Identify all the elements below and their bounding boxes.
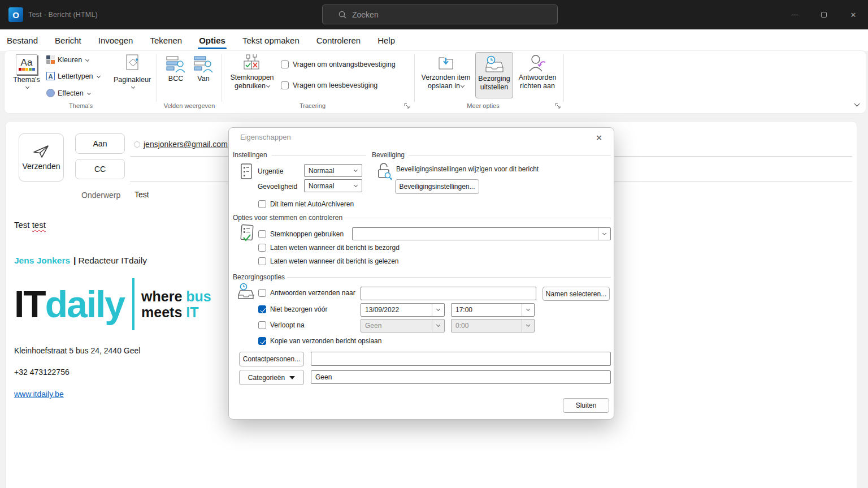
delivered-notify-checkbox-box[interactable] bbox=[258, 244, 266, 252]
signature-website-link[interactable]: www.itdaily.be bbox=[14, 390, 64, 399]
delivered-notify-checkbox[interactable]: Laten weten wanneer dit bericht is bezor… bbox=[258, 244, 400, 252]
body-word-misspelled: test bbox=[32, 220, 46, 230]
expires-after-checkbox[interactable]: Verloopt na bbox=[258, 321, 305, 329]
select-names-button[interactable]: Namen selecteren... bbox=[542, 287, 610, 301]
colors-label: Kleuren bbox=[58, 56, 82, 64]
delivered-notify-checkbox-label: Laten weten wanneer dit bericht is bezor… bbox=[270, 244, 400, 252]
title-bar: O Test - Bericht (HTML) Zoeken ✕ bbox=[0, 0, 868, 29]
to-button[interactable]: Aan bbox=[75, 133, 125, 154]
cc-button[interactable]: CC bbox=[75, 159, 125, 179]
contacts-field[interactable] bbox=[311, 352, 611, 366]
read-receipt-checkbox[interactable]: Vragen om leesbevestiging bbox=[281, 81, 377, 89]
effects-label: Effecten bbox=[58, 89, 84, 97]
close-button[interactable]: ✕ bbox=[839, 0, 868, 29]
minimize-button[interactable] bbox=[780, 0, 809, 29]
section-delivery: Bezorgingsopties bbox=[233, 273, 285, 281]
itdaily-logo: ITdaily where bus meets IT bbox=[14, 278, 211, 330]
recipient-chip[interactable]: jensjonkers@gmail.com; bbox=[144, 140, 230, 149]
tab-bericht[interactable]: Bericht bbox=[54, 33, 83, 47]
tracking-dialog-launcher-icon[interactable] bbox=[403, 102, 410, 109]
subject-label: Onderwerp bbox=[81, 191, 120, 200]
van-icon bbox=[194, 55, 213, 74]
save-copy-checkbox-label: Kopie van verzonden bericht opslaan bbox=[270, 337, 381, 345]
receipt-checkbox-box[interactable] bbox=[281, 61, 289, 68]
tab-invoegen[interactable]: Invoegen bbox=[97, 33, 134, 47]
tab-bestand[interactable]: Bestand bbox=[6, 33, 39, 47]
no-delivery-before-checkbox-box[interactable] bbox=[258, 305, 266, 313]
fonts-icon: A bbox=[46, 72, 55, 80]
signature-phone: +32 473122756 bbox=[14, 368, 70, 377]
bcc-button[interactable]: BCC bbox=[163, 55, 188, 83]
themes-button[interactable]: Aa Thema's bbox=[10, 54, 43, 88]
save-sent-label-line2: opslaan in bbox=[428, 82, 460, 90]
no-delivery-date-select[interactable]: 13/09/2022 bbox=[361, 303, 445, 317]
voting-label-line2: gebruiken bbox=[235, 82, 266, 90]
send-icon bbox=[33, 145, 50, 158]
dialog-close-button[interactable]: ✕ bbox=[593, 132, 605, 144]
more-options-dialog-launcher-icon[interactable] bbox=[554, 102, 561, 109]
direct-replies-button[interactable]: Antwoorden richten aan bbox=[514, 54, 561, 90]
use-voting-checkbox-box[interactable] bbox=[258, 230, 266, 238]
save-copy-checkbox-box[interactable] bbox=[258, 337, 266, 345]
use-voting-checkbox[interactable]: Stemknoppen gebruiken bbox=[258, 230, 344, 238]
no-delivery-time-select[interactable]: 17:00 bbox=[451, 303, 535, 317]
direct-replies-label-line2: richten aan bbox=[520, 82, 555, 90]
tab-tekenen[interactable]: Tekenen bbox=[149, 33, 183, 47]
signature-separator: | bbox=[70, 256, 78, 265]
voting-options-combo[interactable] bbox=[352, 227, 611, 240]
van-button[interactable]: Van bbox=[191, 55, 216, 83]
security-settings-button[interactable]: Beveiligingsinstellingen... bbox=[395, 179, 479, 194]
voting-buttons-button[interactable]: Stemknoppen gebruiken bbox=[225, 54, 279, 90]
read-notify-checkbox-box[interactable] bbox=[258, 257, 266, 265]
categories-field[interactable]: Geen bbox=[311, 370, 611, 384]
chevron-down-icon bbox=[526, 307, 530, 311]
message-body-text[interactable]: Test test bbox=[14, 220, 46, 230]
section-voting: Opties voor stemmen en controleren bbox=[233, 214, 342, 222]
send-button[interactable]: Verzenden bbox=[19, 133, 64, 182]
expires-after-checkbox-box[interactable] bbox=[258, 321, 266, 329]
urgency-select[interactable]: Normaal bbox=[304, 164, 362, 177]
fonts-button[interactable]: A Lettertypen bbox=[46, 72, 100, 80]
delay-delivery-button[interactable]: Bezorging uitstellen bbox=[475, 52, 513, 98]
contacts-button[interactable]: Contactpersonen... bbox=[239, 352, 304, 366]
tagline-word: bus bbox=[186, 288, 211, 304]
read-notify-checkbox-label: Laten weten wanneer dit bericht is gelez… bbox=[270, 257, 398, 265]
sensitivity-select[interactable]: Normaal bbox=[304, 179, 362, 192]
close-dialog-button[interactable]: Sluiten bbox=[563, 398, 609, 413]
read-receipt-checkbox-box[interactable] bbox=[281, 81, 289, 89]
select-names-button-label: Namen selecteren... bbox=[546, 290, 606, 298]
section-settings: Instellingen bbox=[233, 151, 267, 159]
bcc-icon bbox=[166, 55, 185, 74]
tab-help[interactable]: Help bbox=[376, 33, 396, 47]
effects-button[interactable]: Effecten bbox=[46, 89, 90, 97]
no-delivery-before-checkbox[interactable]: Niet bezorgen vóór bbox=[258, 305, 327, 313]
autoarchive-checkbox[interactable]: Dit item niet AutoArchiveren bbox=[258, 200, 354, 208]
replies-to-checkbox[interactable]: Antwoorden verzenden naar bbox=[258, 289, 355, 297]
autoarchive-checkbox-box[interactable] bbox=[258, 200, 266, 208]
dialog-title: Eigenschappen bbox=[240, 133, 291, 141]
collapse-ribbon-button[interactable] bbox=[851, 100, 861, 107]
maximize-icon bbox=[821, 12, 827, 18]
recipient-email[interactable]: jensjonkers@gmail.com bbox=[144, 140, 228, 149]
maximize-button[interactable] bbox=[809, 0, 839, 29]
save-sent-item-button[interactable]: Verzonden item opslaan in bbox=[416, 54, 475, 90]
close-dialog-button-label: Sluiten bbox=[576, 401, 597, 409]
receipt-checkbox[interactable]: Vragen om ontvangstbevestiging bbox=[281, 61, 396, 68]
colors-button[interactable]: Kleuren bbox=[46, 55, 89, 64]
logo-daily-text: daily bbox=[45, 283, 124, 325]
save-copy-checkbox[interactable]: Kopie van verzonden bericht opslaan bbox=[258, 337, 381, 345]
categories-value: Geen bbox=[315, 373, 332, 381]
categories-button[interactable]: Categorieën bbox=[239, 370, 304, 385]
outlook-app-icon: O bbox=[8, 7, 23, 22]
tab-opties[interactable]: Opties bbox=[198, 33, 227, 47]
subject-value[interactable]: Test bbox=[134, 190, 149, 199]
tab-controleren[interactable]: Controleren bbox=[315, 33, 362, 47]
tab-tekst-opmaken[interactable]: Tekst opmaken bbox=[241, 33, 301, 47]
replies-to-field[interactable] bbox=[361, 287, 536, 300]
replies-to-checkbox-box[interactable] bbox=[258, 289, 266, 297]
search-input[interactable]: Zoeken bbox=[322, 5, 558, 24]
page-color-label: Paginakleur bbox=[114, 76, 151, 84]
page-color-button[interactable]: Paginakleur bbox=[111, 54, 154, 88]
ribbon-separator bbox=[222, 54, 222, 102]
read-notify-checkbox[interactable]: Laten weten wanneer dit bericht is gelez… bbox=[258, 257, 398, 265]
